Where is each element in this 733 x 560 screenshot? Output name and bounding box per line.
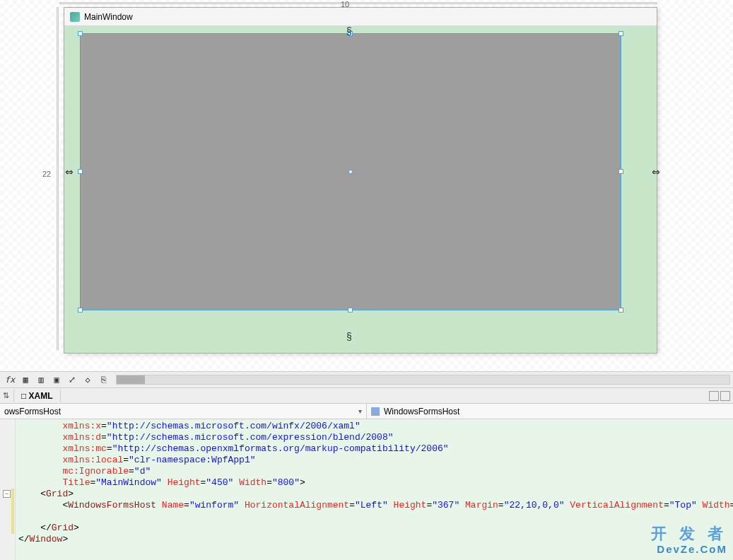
scrollbar-thumb[interactable] xyxy=(117,375,145,384)
align-button[interactable]: ⤢ xyxy=(65,373,79,386)
xaml-tab[interactable]: □ XAML xyxy=(13,390,61,402)
window-client-area[interactable]: § § ⇔ ⇔ xyxy=(64,26,657,353)
split-vertical-icon[interactable] xyxy=(709,391,719,401)
resize-handle-tl[interactable] xyxy=(78,31,83,36)
grid-view1-button[interactable]: ▦ xyxy=(18,373,33,386)
swap-panes-icon[interactable]: ⇅ xyxy=(3,391,9,400)
designer-toolbar: fx ▦ ▥ ▣ ⤢ ◇ ⎘ xyxy=(0,371,733,388)
element-label: WindowsFormsHost xyxy=(384,407,459,416)
windowsformshost-element[interactable]: § § ⇔ ⇔ xyxy=(80,33,621,310)
code-content[interactable]: xmlns:x="http://schemas.microsoft.com/wi… xyxy=(16,419,733,560)
resize-handle-tr[interactable] xyxy=(618,31,623,36)
margin-anchor-bottom-icon[interactable]: § xyxy=(346,331,352,342)
margin-indicator-left: 22 xyxy=(42,170,51,178)
editor-gutter[interactable]: − xyxy=(0,419,16,560)
design-window[interactable]: MainWindow § § ⇔ ⇔ xyxy=(64,7,657,354)
resize-handle-bl[interactable] xyxy=(78,308,83,313)
wpf-designer-canvas[interactable]: 10 22 MainWindow § § ⇔ ⇔ xyxy=(0,0,733,371)
horizontal-scrollbar[interactable] xyxy=(116,375,730,385)
resize-handle-mr[interactable] xyxy=(618,169,623,174)
margin-anchor-right-icon[interactable]: ⇔ xyxy=(652,166,660,177)
scope-label: owsFormsHost xyxy=(4,407,61,416)
resize-handle-br[interactable] xyxy=(618,308,623,313)
center-handle[interactable] xyxy=(348,170,353,174)
window-titlebar: MainWindow xyxy=(64,8,657,26)
app-icon xyxy=(70,12,80,22)
element-dropdown[interactable]: WindowsFormsHost xyxy=(367,404,733,419)
code-tab-row: ⇅ □ XAML xyxy=(0,388,733,404)
ruler-vertical xyxy=(57,7,59,350)
split-horizontal-icon[interactable] xyxy=(720,391,730,401)
fold-toggle-icon[interactable]: − xyxy=(3,490,11,498)
window-title: MainWindow xyxy=(84,12,133,22)
resize-handle-ml[interactable] xyxy=(78,169,83,174)
margin-anchor-left-icon[interactable]: ⇔ xyxy=(65,166,74,177)
dropdown-icon: ▾ xyxy=(358,407,362,415)
resize-handle-bm[interactable] xyxy=(348,308,353,313)
effects-button[interactable]: ◇ xyxy=(81,373,95,386)
xaml-editor[interactable]: − xmlns:x="http://schemas.microsoft.com/… xyxy=(0,419,733,560)
change-indicator xyxy=(11,489,14,534)
ruler-horizontal xyxy=(59,2,657,4)
fx-button[interactable]: fx xyxy=(3,373,17,386)
element-breadcrumb: owsFormsHost ▾ WindowsFormsHost xyxy=(0,404,733,419)
grid-view2-button[interactable]: ▥ xyxy=(34,373,48,386)
element-type-icon xyxy=(371,407,380,416)
margin-anchor-top-icon[interactable]: § xyxy=(346,25,352,37)
scope-dropdown[interactable]: owsFormsHost ▾ xyxy=(0,404,367,419)
snap-button[interactable]: ▣ xyxy=(49,373,64,386)
extract-button[interactable]: ⎘ xyxy=(96,373,110,386)
